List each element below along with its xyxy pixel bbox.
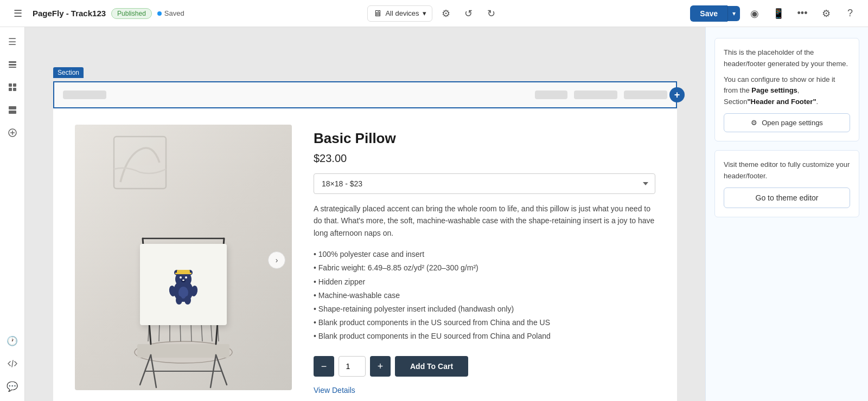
redo-button[interactable]: ↻ <box>482 4 501 23</box>
help-button[interactable]: ? <box>841 4 859 23</box>
left-sidebar: ☰ 🕐 💬 <box>0 27 25 401</box>
sidebar-item-history[interactable]: 🕐 <box>2 331 23 351</box>
placeholder-block-2 <box>535 90 567 99</box>
svg-rect-29 <box>175 273 192 274</box>
canvas-area: Section + <box>25 27 705 401</box>
svg-point-24 <box>180 276 182 279</box>
mobile-preview-button[interactable]: 📱 <box>769 4 788 23</box>
svg-rect-5 <box>9 88 12 91</box>
device-selector[interactable]: 🖥 All devices ▾ <box>367 5 432 22</box>
product-description: A strategically placed accent can bring … <box>314 203 655 239</box>
topbar-left: ☰ PageFly - Track123 Published Saved <box>9 4 361 23</box>
more-options-button[interactable]: ••• <box>793 4 812 23</box>
view-details-link[interactable]: View Details <box>314 386 355 394</box>
undo-button[interactable]: ↺ <box>459 4 478 23</box>
svg-point-34 <box>184 296 191 305</box>
header-footer-info-card: This is the placeholder of the header/fo… <box>714 38 859 141</box>
theme-editor-card: Visit theme editor to fully customize yo… <box>714 150 859 217</box>
sidebar-item-layers[interactable] <box>2 54 23 75</box>
save-dropdown-button[interactable]: ▾ <box>727 6 740 21</box>
sidebar-item-panels[interactable]: ☰ <box>2 31 23 52</box>
svg-rect-0 <box>9 61 16 63</box>
placeholder-bar: + <box>53 81 677 108</box>
sidebar-item-chat[interactable]: 💬 <box>2 376 23 397</box>
app-title: PageFly - Track123 <box>33 9 106 18</box>
preview-button[interactable]: ◉ <box>745 4 764 23</box>
open-page-settings-button[interactable]: ⚙ Open page settings <box>724 113 850 132</box>
info-text-1: This is the placeholder of the header/fo… <box>724 47 850 70</box>
device-icon: 🖥 <box>373 9 382 18</box>
quantity-input[interactable] <box>339 356 366 377</box>
product-title: Basic Pillow <box>314 130 655 147</box>
main-area: ☰ 🕐 💬 Section <box>0 27 868 401</box>
save-group: Save ▾ <box>690 5 740 22</box>
svg-rect-1 <box>9 64 16 66</box>
placeholder-block-3 <box>574 90 617 99</box>
product-image-col: › <box>75 125 292 395</box>
section-wrapper: Section + <box>53 81 677 108</box>
svg-rect-7 <box>9 106 16 109</box>
variant-select[interactable]: 18×18 - $23 <box>314 173 655 194</box>
sidebar-toggle-button[interactable]: ☰ <box>9 4 27 23</box>
topbar: ☰ PageFly - Track123 Published Saved 🖥 A… <box>0 0 868 27</box>
svg-rect-8 <box>9 111 16 114</box>
quantity-increase-button[interactable]: + <box>370 356 391 377</box>
product-features: • 100% polyester case and insert • Fabri… <box>314 248 655 343</box>
product-image <box>75 125 292 390</box>
product-section: › Basic Pillow $23.00 18×18 - $23 A stra… <box>53 108 677 401</box>
saved-badge: Saved <box>157 9 184 17</box>
sidebar-item-sections[interactable] <box>2 100 23 120</box>
product-info-col: Basic Pillow $23.00 18×18 - $23 A strate… <box>314 125 655 395</box>
svg-rect-3 <box>9 83 12 87</box>
svg-rect-6 <box>13 88 16 91</box>
pillow-scene <box>75 125 292 390</box>
go-to-theme-button[interactable]: Go to theme editor <box>724 187 850 208</box>
svg-rect-2 <box>9 67 16 68</box>
svg-point-27 <box>182 280 184 281</box>
quantity-decrease-button[interactable]: − <box>314 356 334 377</box>
save-button[interactable]: Save <box>690 5 727 22</box>
quantity-cart-row: − + Add To Cart <box>314 356 655 377</box>
topbar-right: Save ▾ ◉ 📱 ••• ⚙ ? <box>507 4 859 23</box>
sidebar-item-elements[interactable] <box>2 77 23 98</box>
svg-point-25 <box>185 276 187 279</box>
saved-dot <box>157 11 162 16</box>
sidebar-item-add[interactable] <box>2 122 23 143</box>
header-footer-link: "Header and Footer" <box>747 98 816 106</box>
published-badge: Published <box>111 8 152 19</box>
page-settings-link: Page settings <box>751 86 797 94</box>
section-badge: Section <box>53 67 84 78</box>
svg-rect-4 <box>13 83 16 87</box>
pillow-on-chair <box>140 244 227 325</box>
settings-gear-icon: ⚙ <box>751 119 757 127</box>
sidebar-item-code[interactable] <box>2 353 23 374</box>
placeholder-block-4 <box>624 90 667 99</box>
add-section-button[interactable]: + <box>669 87 685 102</box>
bear-illustration <box>162 263 205 306</box>
product-price: $23.00 <box>314 152 655 165</box>
svg-point-33 <box>176 296 182 305</box>
right-panel: This is the placeholder of the header/fo… <box>705 27 868 401</box>
visit-theme-text: Visit theme editor to fully customize yo… <box>724 159 850 182</box>
topbar-center: 🖥 All devices ▾ ⚙︎ ↺ ↻ <box>367 4 500 23</box>
placeholder-block-1 <box>63 90 106 99</box>
settings-button[interactable]: ⚙ <box>817 4 835 23</box>
carousel-next-button[interactable]: › <box>268 251 285 269</box>
filter-button[interactable]: ⚙︎ <box>437 4 455 23</box>
add-to-cart-button[interactable]: Add To Cart <box>395 356 468 377</box>
